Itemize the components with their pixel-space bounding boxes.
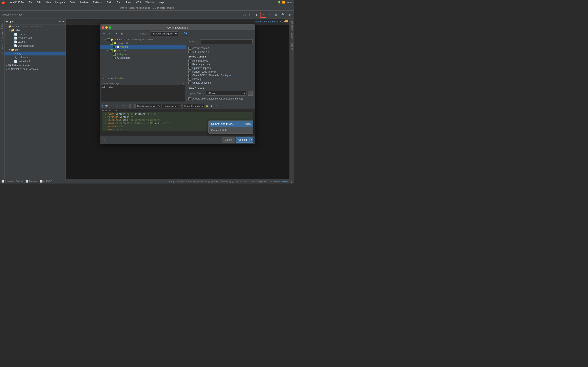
strip-structure[interactable]: 3: Structure [1,42,3,54]
group-btn[interactable]: ⊞ [119,31,124,36]
file-checkbox-idea[interactable]: ✓ [110,42,113,45]
file-checkbox-vcs[interactable]: ✓ [113,46,116,48]
file-item-idea[interactable]: ▾ ✓ 📁 .idea 1 file [100,42,186,45]
upload-more-btn[interactable]: … [248,91,252,96]
strip-project[interactable]: 1: Project [1,20,3,30]
tab-terminal[interactable]: ⬜ Terminal [26,180,37,183]
cancel-dialog-btn[interactable]: Cancel [222,137,235,142]
rearrange-row[interactable]: Rearrange code [189,63,252,66]
menu-view[interactable]: View [45,1,52,4]
search-everywhere-btn[interactable]: 🔍 [280,12,286,17]
tree-item-modules[interactable]: ▶ 📄 modules.xml [4,36,66,40]
tree-item-idea[interactable]: ▾ 📁 .idea [4,28,66,32]
maximize-button[interactable] [109,26,111,29]
always-use-checkbox[interactable]: ✓ [189,98,191,100]
amend-checkbox[interactable] [189,47,191,50]
refresh-btn[interactable]: ⟳ [113,31,118,36]
clear-msg-icon[interactable]: ✕ [182,82,184,85]
diff-prev-btn[interactable]: ↑ [111,104,115,108]
vcs-push-btn[interactable]: ⬆ [254,12,259,17]
lock-btn[interactable]: 🔒 [205,104,209,108]
file-item-untitled[interactable]: ▾ ✓ 📁 untitled 3 files ~/IdeaProjects/un… [100,38,186,42]
close-button[interactable] [102,26,104,29]
tree-item-workspace[interactable]: ▶ 📄 workspace.xml [4,44,66,48]
commit-button-toolbar[interactable]: ✓ [260,12,266,18]
diff-forward-btn[interactable]: → [130,104,135,108]
file-item-day-java[interactable]: ▶ ✓ ☀ day.java [100,52,186,56]
reformat-checkbox[interactable] [189,59,191,62]
code-analysis-row[interactable]: ✓ Perform code analysis [189,70,252,74]
file-checkbox-day-java[interactable]: ✓ [113,53,116,56]
signoff-checkbox[interactable] [189,50,191,53]
create-patch-item[interactable]: Create Patch... [209,127,253,133]
tree-item-root[interactable]: ▾ 📁 untitled ~/IdeaProjects/untitled [4,25,66,28]
viewer-dropdown[interactable]: Side-by-side viewer [135,104,161,108]
configure-link[interactable]: Configure [221,74,231,77]
tree-item-vcs[interactable]: ▶ 📄 vcs.xml [4,40,66,44]
commit-message-input[interactable]: add day [101,85,185,101]
tree-item-src[interactable]: ▾ 📁 src [4,48,66,52]
menu-app[interactable]: IntelliJ IDEA [9,1,25,4]
undo-btn[interactable]: ↩ [267,12,273,17]
highlight-dropdown[interactable]: Highlight words [182,104,204,108]
diff-next-btn[interactable]: ↓ [116,104,120,108]
optimize-row[interactable]: Optimize imports [189,66,252,70]
tab-todo[interactable]: ⬜ 6: TODO [40,180,52,183]
diff-collapse-icon[interactable]: ▾ [102,105,103,107]
todo-checkbox[interactable]: ✓ [189,74,191,77]
ignore-dropdown[interactable]: Do not ignore [162,104,182,108]
apple-menu[interactable]: 🍎 [2,1,5,4]
commit-main-btn[interactable]: Commit [236,137,249,142]
update-copyright-row[interactable]: Update copyright [189,81,252,85]
amend-row[interactable]: Amend commit [189,46,252,50]
menu-build[interactable]: Build [106,1,113,4]
breadcrumb-src[interactable]: src [12,13,16,16]
author-input[interactable] [200,39,252,44]
git-tab[interactable]: Git [182,31,189,36]
code-analysis-checkbox[interactable]: ✓ [189,71,191,73]
strip-maven[interactable]: Maven [291,33,293,40]
tree-item-iml[interactable]: ▶ 📄 untitled.iml [4,59,66,63]
vcs-update-btn[interactable]: ⬇ [247,12,253,17]
git-branch-status[interactable]: Git: master [269,180,280,183]
settings-btn[interactable]: ⚙ [287,12,292,17]
always-use-row[interactable]: ✓ Always use selected server or group of… [189,97,252,100]
menu-navigate[interactable]: Navigate [54,1,66,4]
upload-dropdown[interactable]: <None> [206,91,246,96]
diff-btn-toolbar[interactable]: ↺ [108,31,112,36]
update-copyright-checkbox[interactable] [189,82,191,84]
menu-refactor[interactable]: Refactor [92,1,103,4]
tab-version-control[interactable]: ⬜ 9: Version Control [2,180,23,183]
file-item-vcs-xml[interactable]: ▶ ✓ 📄 vcs.xml [100,45,186,49]
collapse-icon[interactable]: ≡ [62,20,64,23]
file-checkbox-untitled[interactable]: ✓ [107,38,110,41]
branch-name[interactable]: master [106,77,113,80]
settings-diff-btn[interactable]: ⚙ [210,104,214,108]
file-checkbox-src[interactable]: ✓ [110,49,113,52]
todo-row[interactable]: ✓ Check TODO (Show All) Configure [189,74,252,77]
tree-item-scratches[interactable]: ▶ ✏ Scratches and Consoles [4,67,66,71]
commit-arrow-btn[interactable]: ▾ [249,137,253,142]
breadcrumb-day[interactable]: day [18,13,22,16]
rearrange-checkbox[interactable] [189,63,191,66]
cleanup-row[interactable]: Cleanup [189,77,252,81]
menu-vcs[interactable]: VCS [135,1,142,4]
menu-analyze[interactable]: Analyze [79,1,89,4]
diff-edit-btn[interactable]: ✏ [121,104,125,108]
move-down-btn[interactable]: ↓ [130,31,135,36]
strip-favorites[interactable]: 2: Favorites [1,30,3,42]
tree-item-ext-libs[interactable]: ▶ 📚 External Libraries [4,63,66,67]
menu-edit[interactable]: Edit [36,1,42,4]
menu-code[interactable]: Code [69,1,76,4]
menu-file[interactable]: File [27,1,33,4]
commit-and-push-item[interactable]: Commit and Push... ⌥⌘K [209,121,253,127]
file-checkbox-gitignore[interactable]: ✓ [113,57,116,59]
minimize-button[interactable] [105,26,108,29]
file-item-src-dialog[interactable]: ▾ ✓ 📁 src 1 file [100,49,186,52]
add-unversioned-link[interactable]: Add unversioned files [255,20,279,23]
strip-database[interactable]: Database [291,20,293,31]
tree-item-day[interactable]: ▶ ☀ day [4,52,66,55]
layout-btn[interactable]: ⊞ [274,12,279,17]
menu-run[interactable]: Run [116,1,122,4]
strip-ant[interactable]: Ant Build [291,42,293,52]
